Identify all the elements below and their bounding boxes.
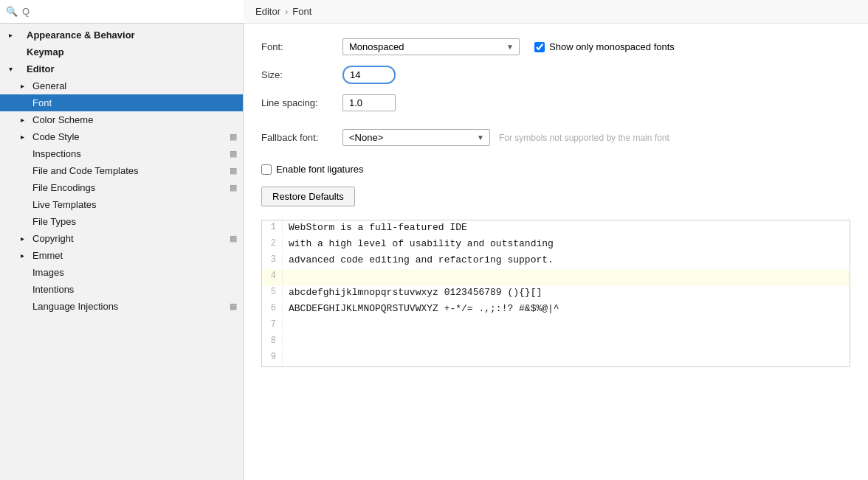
sidebar-item-label: File Types xyxy=(32,216,237,227)
line-content: abcdefghijklmnopqrstuvwxyz 0123456789 ()… xyxy=(283,285,548,299)
chevron-right-icon: ▸ xyxy=(21,133,30,141)
sidebar-item-emmet[interactable]: ▸ Emmet xyxy=(0,247,243,264)
line-content xyxy=(283,318,294,321)
sidebar-item-appearance[interactable]: ▸ Appearance & Behavior xyxy=(0,27,243,44)
line-content: with a high level of usability and outst… xyxy=(283,237,559,251)
font-dropdown[interactable]: MonospacedConsolasCourier NewJetBrains M… xyxy=(342,38,520,55)
sidebar-item-label: Appearance & Behavior xyxy=(21,29,237,41)
line-number: 8 xyxy=(262,334,283,347)
sidebar-item-label: Live Templates xyxy=(32,199,237,210)
sidebar-item-live-templates[interactable]: Live Templates xyxy=(0,196,243,213)
sidebar: ▸ Appearance & Behavior Keymap ▾ Editor … xyxy=(0,24,244,318)
sidebar-item-label: Language Injections xyxy=(32,301,230,312)
line-number: 3 xyxy=(262,253,283,266)
line-spacing-input[interactable] xyxy=(342,94,396,111)
show-monospaced-label: Show only monospaced fonts xyxy=(549,41,675,52)
sidebar-item-label: Keymap xyxy=(21,46,237,58)
fallback-font-dropdown-wrapper[interactable]: <None> ▼ xyxy=(342,129,490,146)
settings-panel: Font: MonospacedConsolasCourier NewJetBr… xyxy=(244,24,868,480)
preview-area: 1WebStorm is a full-featured IDE2with a … xyxy=(261,220,850,367)
sidebar-item-inspections[interactable]: Inspections ▦ xyxy=(0,145,243,162)
preview-line: 4 xyxy=(262,269,850,285)
size-input[interactable] xyxy=(342,66,396,84)
sidebar-item-color-scheme[interactable]: ▸ Color Scheme xyxy=(0,111,243,128)
sidebar-item-images[interactable]: Images xyxy=(0,264,243,281)
breadcrumb-parent: Editor xyxy=(255,6,280,17)
sidebar-item-copyright[interactable]: ▸ Copyright ▦ xyxy=(0,230,243,247)
line-content xyxy=(283,350,294,353)
font-setting-row: Font: MonospacedConsolasCourier NewJetBr… xyxy=(261,38,850,55)
sidebar-item-file-code-templates[interactable]: File and Code Templates ▦ xyxy=(0,162,243,179)
line-content xyxy=(283,334,294,337)
preview-line: 9 xyxy=(262,350,850,366)
fallback-font-dropdown[interactable]: <None> xyxy=(342,129,490,146)
sidebar-item-label: Intentions xyxy=(32,284,237,295)
line-number: 1 xyxy=(262,220,283,234)
search-bar[interactable]: 🔍 xyxy=(0,0,244,24)
preview-line: 5abcdefghijklmnopqrstuvwxyz 0123456789 (… xyxy=(262,285,850,302)
sidebar-item-general[interactable]: ▸ General xyxy=(0,77,243,94)
line-spacing-label: Line spacing: xyxy=(261,97,342,108)
preview-line: 1WebStorm is a full-featured IDE xyxy=(262,220,850,237)
sidebar-item-editor[interactable]: ▾ Editor xyxy=(0,60,243,77)
line-content xyxy=(283,269,294,272)
copy-icon: ▦ xyxy=(230,302,237,311)
show-monospaced-checkbox[interactable] xyxy=(534,42,545,52)
copy-icon: ▦ xyxy=(230,166,237,175)
line-number: 7 xyxy=(262,318,283,331)
sidebar-item-label: Inspections xyxy=(32,148,230,159)
enable-ligatures-label: Enable font ligatures xyxy=(276,164,364,175)
search-icon: 🔍 xyxy=(6,6,18,17)
restore-defaults-button[interactable]: Restore Defaults xyxy=(261,187,355,206)
line-number: 6 xyxy=(262,302,283,315)
chevron-down-icon: ▾ xyxy=(9,65,18,73)
font-label: Font: xyxy=(261,41,342,52)
search-input[interactable] xyxy=(22,6,238,17)
sidebar-item-label: Images xyxy=(32,267,237,278)
chevron-right-icon: ▸ xyxy=(21,82,30,90)
sidebar-item-label: Code Style xyxy=(32,131,230,142)
size-setting-row: Size: xyxy=(261,66,850,84)
content-area: Editor › Font Font: MonospacedConsolasCo… xyxy=(244,0,868,480)
chevron-right-icon: ▸ xyxy=(21,116,30,124)
sidebar-item-intentions[interactable]: Intentions xyxy=(0,281,243,298)
sidebar-item-file-types[interactable]: File Types xyxy=(0,213,243,230)
sidebar-item-keymap[interactable]: Keymap xyxy=(0,44,243,60)
enable-ligatures-row[interactable]: Enable font ligatures xyxy=(261,164,850,175)
copy-icon: ▦ xyxy=(230,234,237,243)
preview-line: 7 xyxy=(262,318,850,334)
size-label: Size: xyxy=(261,69,342,80)
sidebar-item-label: File and Code Templates xyxy=(32,165,230,176)
fallback-font-label: Fallback font: xyxy=(261,132,342,143)
sidebar-item-file-encodings[interactable]: File Encodings ▦ xyxy=(0,179,243,196)
copy-icon: ▦ xyxy=(230,132,237,142)
sidebar-item-label: Font xyxy=(32,97,237,108)
show-monospaced-row[interactable]: Show only monospaced fonts xyxy=(534,41,675,52)
sidebar-item-code-style[interactable]: ▸ Code Style ▦ xyxy=(0,128,243,145)
breadcrumb-separator: › xyxy=(285,6,288,17)
sidebar-item-label: File Encodings xyxy=(32,182,230,193)
line-spacing-setting-row: Line spacing: xyxy=(261,94,850,111)
sidebar-item-font[interactable]: Font xyxy=(0,94,243,111)
line-content: ABCDEFGHIJKLMNOPQRSTUVWXYZ +-*/= .,;:!? … xyxy=(283,302,565,316)
chevron-right-icon: ▸ xyxy=(9,31,18,39)
sidebar-item-label: Editor xyxy=(21,63,237,74)
sidebar-item-label: Copyright xyxy=(32,233,230,244)
line-content: advanced code editing and refactoring su… xyxy=(283,253,559,267)
line-content: WebStorm is a full-featured IDE xyxy=(283,220,473,234)
font-dropdown-wrapper[interactable]: MonospacedConsolasCourier NewJetBrains M… xyxy=(342,38,520,55)
preview-line: 8 xyxy=(262,334,850,350)
copy-icon: ▦ xyxy=(230,149,237,159)
enable-ligatures-checkbox[interactable] xyxy=(261,164,272,175)
fallback-font-note: For symbols not supported by the main fo… xyxy=(499,133,669,143)
line-number: 9 xyxy=(262,350,283,364)
breadcrumb-current: Font xyxy=(292,6,311,17)
sidebar-item-language-injections[interactable]: Language Injections ▦ xyxy=(0,298,243,315)
fallback-font-setting-row: Fallback font: <None> ▼ For symbols not … xyxy=(261,129,850,146)
line-number: 5 xyxy=(262,285,283,299)
breadcrumb: Editor › Font xyxy=(244,0,868,24)
sidebar-item-label: Emmet xyxy=(32,250,237,261)
preview-line: 2with a high level of usability and outs… xyxy=(262,237,850,253)
line-number: 2 xyxy=(262,237,283,250)
line-number: 4 xyxy=(262,269,283,282)
